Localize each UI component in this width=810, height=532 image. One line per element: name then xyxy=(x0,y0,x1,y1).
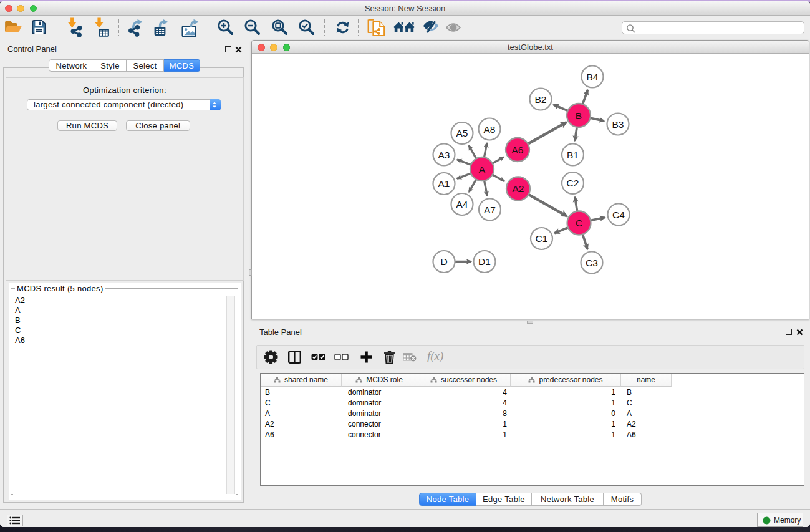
svg-text:C1: C1 xyxy=(536,233,548,244)
svg-text:A7: A7 xyxy=(484,205,496,215)
svg-text:A1: A1 xyxy=(438,178,450,189)
svg-text:C4: C4 xyxy=(612,210,625,220)
svg-text:A6: A6 xyxy=(512,145,524,155)
svg-text:A5: A5 xyxy=(456,128,468,138)
svg-text:B4: B4 xyxy=(587,72,599,82)
svg-text:B2: B2 xyxy=(535,94,547,105)
svg-text:B: B xyxy=(576,110,582,121)
svg-text:A2: A2 xyxy=(513,183,524,194)
svg-text:C2: C2 xyxy=(567,178,579,188)
svg-text:B1: B1 xyxy=(567,150,579,160)
svg-text:D: D xyxy=(440,256,447,267)
svg-text:A3: A3 xyxy=(438,150,450,160)
svg-text:A: A xyxy=(479,164,486,175)
svg-text:B3: B3 xyxy=(612,119,624,130)
svg-text:C3: C3 xyxy=(586,258,598,268)
svg-text:A4: A4 xyxy=(456,199,468,210)
svg-text:C: C xyxy=(576,218,582,228)
svg-text:D1: D1 xyxy=(478,256,491,267)
svg-text:A8: A8 xyxy=(484,124,496,135)
